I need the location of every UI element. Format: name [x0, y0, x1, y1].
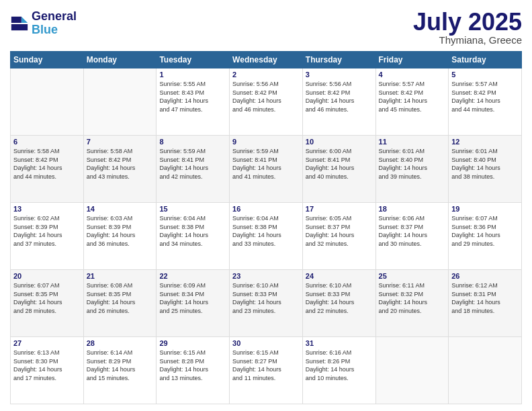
- day-info: Sunrise: 5:56 AM Sunset: 8:42 PM Dayligh…: [306, 80, 373, 113]
- day-number: 17: [306, 205, 373, 213]
- location: Thymiana, Greece: [413, 34, 522, 46]
- day-number: 5: [451, 71, 519, 79]
- month-year: July 2025: [413, 10, 522, 34]
- day-number: 27: [13, 339, 81, 347]
- day-number: 8: [159, 138, 226, 146]
- day-info: Sunrise: 6:08 AM Sunset: 8:35 PM Dayligh…: [87, 281, 154, 315]
- calendar-empty-cell: [83, 68, 157, 136]
- weekday-header-thursday: Thursday: [302, 52, 375, 68]
- calendar-week-row: 27Sunrise: 6:13 AM Sunset: 8:30 PM Dayli…: [11, 337, 522, 404]
- day-info: Sunrise: 6:00 AM Sunset: 8:41 PM Dayligh…: [306, 147, 373, 181]
- day-number: 6: [13, 138, 81, 146]
- calendar-empty-cell: [11, 68, 84, 136]
- calendar-day-cell: 29Sunrise: 6:15 AM Sunset: 8:28 PM Dayli…: [157, 337, 230, 404]
- title-block: July 2025 Thymiana, Greece: [413, 10, 522, 46]
- calendar-empty-cell: [449, 337, 522, 404]
- day-number: 19: [451, 205, 519, 213]
- day-number: 3: [306, 71, 373, 79]
- day-info: Sunrise: 6:06 AM Sunset: 8:37 PM Dayligh…: [379, 214, 446, 248]
- day-number: 13: [13, 205, 81, 213]
- day-info: Sunrise: 5:55 AM Sunset: 8:43 PM Dayligh…: [159, 80, 226, 113]
- day-number: 16: [232, 205, 300, 213]
- day-number: 26: [451, 272, 519, 280]
- day-info: Sunrise: 6:02 AM Sunset: 8:39 PM Dayligh…: [13, 214, 81, 248]
- calendar-day-cell: 16Sunrise: 6:04 AM Sunset: 8:38 PM Dayli…: [230, 203, 303, 270]
- day-number: 9: [232, 138, 300, 146]
- day-number: 28: [87, 339, 154, 347]
- calendar-day-cell: 14Sunrise: 6:03 AM Sunset: 8:39 PM Dayli…: [83, 203, 157, 270]
- calendar-day-cell: 24Sunrise: 6:10 AM Sunset: 8:33 PM Dayli…: [302, 270, 375, 337]
- calendar-day-cell: 17Sunrise: 6:05 AM Sunset: 8:37 PM Dayli…: [302, 203, 375, 270]
- day-number: 7: [87, 138, 154, 146]
- svg-marker-0: [21, 17, 28, 23]
- calendar-week-row: 6Sunrise: 5:58 AM Sunset: 8:42 PM Daylig…: [11, 136, 522, 203]
- day-info: Sunrise: 6:12 AM Sunset: 8:31 PM Dayligh…: [451, 281, 519, 315]
- calendar-day-cell: 20Sunrise: 6:07 AM Sunset: 8:35 PM Dayli…: [11, 270, 84, 337]
- day-number: 25: [379, 272, 446, 280]
- day-info: Sunrise: 6:10 AM Sunset: 8:33 PM Dayligh…: [232, 281, 300, 315]
- calendar-day-cell: 28Sunrise: 6:14 AM Sunset: 8:29 PM Dayli…: [83, 337, 157, 404]
- day-info: Sunrise: 6:04 AM Sunset: 8:38 PM Dayligh…: [159, 214, 226, 248]
- calendar-day-cell: 19Sunrise: 6:07 AM Sunset: 8:36 PM Dayli…: [449, 203, 522, 270]
- calendar-day-cell: 27Sunrise: 6:13 AM Sunset: 8:30 PM Dayli…: [11, 337, 84, 404]
- day-info: Sunrise: 6:10 AM Sunset: 8:33 PM Dayligh…: [306, 281, 373, 315]
- calendar-day-cell: 2Sunrise: 5:56 AM Sunset: 8:42 PM Daylig…: [230, 68, 303, 136]
- day-info: Sunrise: 6:01 AM Sunset: 8:40 PM Dayligh…: [379, 147, 446, 181]
- calendar-day-cell: 3Sunrise: 5:56 AM Sunset: 8:42 PM Daylig…: [302, 68, 375, 136]
- calendar-day-cell: 12Sunrise: 6:01 AM Sunset: 8:40 PM Dayli…: [449, 136, 522, 203]
- day-number: 29: [159, 339, 226, 347]
- calendar-day-cell: 31Sunrise: 6:16 AM Sunset: 8:26 PM Dayli…: [302, 337, 375, 404]
- day-number: 15: [159, 205, 226, 213]
- day-number: 4: [379, 71, 446, 79]
- day-number: 2: [232, 71, 300, 79]
- svg-rect-2: [11, 24, 28, 30]
- day-number: 24: [306, 272, 373, 280]
- day-info: Sunrise: 6:05 AM Sunset: 8:37 PM Dayligh…: [306, 214, 373, 248]
- day-info: Sunrise: 6:03 AM Sunset: 8:39 PM Dayligh…: [87, 214, 154, 248]
- day-info: Sunrise: 6:13 AM Sunset: 8:30 PM Dayligh…: [13, 349, 81, 382]
- day-number: 23: [232, 272, 300, 280]
- day-info: Sunrise: 5:57 AM Sunset: 8:42 PM Dayligh…: [451, 80, 519, 113]
- calendar-day-cell: 6Sunrise: 5:58 AM Sunset: 8:42 PM Daylig…: [11, 136, 84, 203]
- weekday-header-saturday: Saturday: [449, 52, 522, 68]
- day-info: Sunrise: 5:59 AM Sunset: 8:41 PM Dayligh…: [232, 147, 300, 181]
- weekday-header-friday: Friday: [375, 52, 449, 68]
- header: General Blue July 2025 Thymiana, Greece: [10, 10, 522, 46]
- calendar-day-cell: 15Sunrise: 6:04 AM Sunset: 8:38 PM Dayli…: [157, 203, 230, 270]
- day-info: Sunrise: 6:09 AM Sunset: 8:34 PM Dayligh…: [159, 281, 226, 315]
- weekday-header-row: SundayMondayTuesdayWednesdayThursdayFrid…: [11, 52, 522, 68]
- weekday-header-monday: Monday: [83, 52, 157, 68]
- calendar-empty-cell: [375, 337, 449, 404]
- calendar-day-cell: 4Sunrise: 5:57 AM Sunset: 8:42 PM Daylig…: [375, 68, 449, 136]
- calendar-day-cell: 8Sunrise: 5:59 AM Sunset: 8:41 PM Daylig…: [157, 136, 230, 203]
- day-number: 21: [87, 272, 154, 280]
- day-info: Sunrise: 6:07 AM Sunset: 8:36 PM Dayligh…: [451, 214, 519, 248]
- logo-icon: [10, 14, 29, 33]
- day-number: 31: [306, 339, 373, 347]
- calendar-day-cell: 13Sunrise: 6:02 AM Sunset: 8:39 PM Dayli…: [11, 203, 84, 270]
- calendar-week-row: 20Sunrise: 6:07 AM Sunset: 8:35 PM Dayli…: [11, 270, 522, 337]
- day-info: Sunrise: 5:56 AM Sunset: 8:42 PM Dayligh…: [232, 80, 300, 113]
- calendar-day-cell: 11Sunrise: 6:01 AM Sunset: 8:40 PM Dayli…: [375, 136, 449, 203]
- day-number: 30: [232, 339, 300, 347]
- day-info: Sunrise: 6:14 AM Sunset: 8:29 PM Dayligh…: [87, 349, 154, 382]
- calendar-week-row: 13Sunrise: 6:02 AM Sunset: 8:39 PM Dayli…: [11, 203, 522, 270]
- calendar-table: SundayMondayTuesdayWednesdayThursdayFrid…: [10, 51, 522, 404]
- day-number: 11: [379, 138, 446, 146]
- svg-rect-1: [11, 17, 21, 23]
- weekday-header-sunday: Sunday: [11, 52, 84, 68]
- calendar-day-cell: 21Sunrise: 6:08 AM Sunset: 8:35 PM Dayli…: [83, 270, 157, 337]
- day-info: Sunrise: 5:57 AM Sunset: 8:42 PM Dayligh…: [379, 80, 446, 113]
- calendar-day-cell: 1Sunrise: 5:55 AM Sunset: 8:43 PM Daylig…: [157, 68, 230, 136]
- calendar-day-cell: 30Sunrise: 6:15 AM Sunset: 8:27 PM Dayli…: [230, 337, 303, 404]
- logo-text: General Blue: [32, 10, 77, 37]
- weekday-header-tuesday: Tuesday: [157, 52, 230, 68]
- calendar-day-cell: 10Sunrise: 6:00 AM Sunset: 8:41 PM Dayli…: [302, 136, 375, 203]
- calendar-day-cell: 9Sunrise: 5:59 AM Sunset: 8:41 PM Daylig…: [230, 136, 303, 203]
- calendar-day-cell: 23Sunrise: 6:10 AM Sunset: 8:33 PM Dayli…: [230, 270, 303, 337]
- calendar-day-cell: 26Sunrise: 6:12 AM Sunset: 8:31 PM Dayli…: [449, 270, 522, 337]
- calendar-week-row: 1Sunrise: 5:55 AM Sunset: 8:43 PM Daylig…: [11, 68, 522, 136]
- day-number: 12: [451, 138, 519, 146]
- calendar-day-cell: 5Sunrise: 5:57 AM Sunset: 8:42 PM Daylig…: [449, 68, 522, 136]
- day-number: 22: [159, 272, 226, 280]
